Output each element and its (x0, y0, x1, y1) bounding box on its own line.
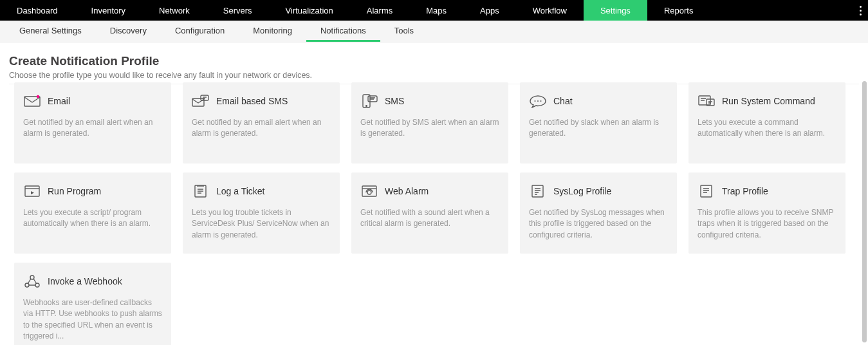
svg-point-19 (25, 283, 29, 287)
page-header: Create Notification Profile Choose the p… (0, 42, 868, 84)
card-desc: Get notified by an email alert when an a… (192, 117, 331, 140)
card-desc: Lets you execute a script/ program autom… (23, 207, 162, 230)
scrollbar[interactable] (862, 81, 867, 342)
card-chat[interactable]: Chat Get notified by slack when an alarm… (520, 82, 677, 163)
subnav-item-tools[interactable]: Tools (380, 21, 428, 42)
overflow-menu-button[interactable] (860, 0, 862, 21)
card-run-program[interactable]: Run Program Lets you execute a script/ p… (14, 172, 171, 254)
subnav-item-general-settings[interactable]: General Settings (5, 21, 96, 42)
svg-point-15 (367, 191, 371, 194)
topnav-item-maps[interactable]: Maps (409, 0, 463, 21)
sub-nav: General Settings Discovery Configuration… (0, 21, 868, 42)
card-desc: Lets you log trouble tickets in ServiceD… (192, 207, 331, 241)
kebab-icon (860, 5, 862, 16)
card-run-system-command[interactable]: Run System Command Lets you execute a co… (688, 82, 845, 163)
email-sms-icon (192, 94, 210, 108)
ticket-icon (192, 184, 210, 198)
card-title: Chat (553, 96, 573, 106)
webhook-icon (23, 274, 41, 288)
card-title: Run Program (48, 186, 101, 196)
card-syslog-profile[interactable]: SysLog Profile Get notified by SysLog me… (520, 172, 677, 254)
email-icon (23, 94, 41, 108)
card-title: SMS (385, 96, 404, 106)
card-desc: Get notified with a sound alert when a c… (360, 207, 499, 230)
program-icon (23, 184, 41, 198)
topnav-item-dashboard[interactable]: Dashboard (0, 0, 75, 21)
card-trap-profile[interactable]: Trap Profile This profile allows you to … (688, 172, 845, 254)
card-title: Invoke a Webhook (48, 276, 122, 286)
svg-rect-12 (25, 186, 39, 196)
card-title: Run System Command (722, 96, 815, 106)
card-desc: Webhooks are user-defined callbacks via … (23, 297, 162, 342)
svg-point-6 (366, 106, 367, 107)
svg-rect-16 (532, 185, 543, 197)
topnav-item-virtualization[interactable]: Virtualization (269, 0, 350, 21)
topnav-item-servers[interactable]: Servers (207, 0, 269, 21)
svg-rect-3 (201, 95, 208, 100)
svg-rect-2 (192, 98, 204, 106)
card-desc: Get notified by SMS alert when an alarm … (360, 117, 499, 140)
card-web-alarm[interactable]: Web Alarm Get notified with a sound aler… (351, 172, 508, 254)
card-desc: Get notified by SysLog messages when thi… (529, 207, 668, 241)
card-invoke-webhook[interactable]: Invoke a Webhook Webhooks are user-defin… (14, 263, 171, 345)
card-desc: Get notified by slack when an alarm is g… (529, 117, 668, 140)
subnav-item-discovery[interactable]: Discovery (96, 21, 161, 42)
svg-rect-0 (24, 97, 40, 106)
page-title: Create Notification Profile (9, 54, 859, 68)
card-log-a-ticket[interactable]: Log a Ticket Lets you log trouble ticket… (183, 172, 340, 254)
command-icon (697, 94, 716, 108)
card-email-based-sms[interactable]: Email based SMS Get notified by an email… (183, 82, 340, 163)
card-sms[interactable]: SMS Get notified by SMS alert when an al… (351, 82, 508, 163)
topnav-item-network[interactable]: Network (142, 0, 207, 21)
alarm-icon (360, 184, 378, 198)
svg-rect-17 (701, 185, 712, 197)
topnav-item-reports[interactable]: Reports (647, 0, 710, 21)
card-title: Log a Ticket (216, 186, 265, 196)
profile-card-grid: Email Get notified by an email alert whe… (14, 82, 858, 345)
topnav-item-inventory[interactable]: Inventory (75, 0, 142, 21)
topnav-item-alarms[interactable]: Alarms (350, 0, 409, 21)
topnav-item-settings[interactable]: Settings (584, 0, 647, 21)
trap-icon (697, 184, 716, 198)
svg-point-7 (535, 100, 536, 102)
svg-point-20 (35, 283, 39, 287)
subnav-item-monitoring[interactable]: Monitoring (239, 21, 306, 42)
subnav-item-configuration[interactable]: Configuration (161, 21, 239, 42)
sms-icon (360, 94, 378, 108)
svg-point-1 (37, 95, 39, 98)
scrollbar-thumb[interactable] (862, 81, 867, 342)
card-title: SysLog Profile (553, 186, 611, 196)
top-nav: Dashboard Inventory Network Servers Virt… (0, 0, 868, 21)
topnav-item-workflow[interactable]: Workflow (516, 0, 584, 21)
card-title: Email (48, 96, 70, 106)
topnav-item-apps[interactable]: Apps (463, 0, 516, 21)
profile-card-grid-container: Email Get notified by an email alert whe… (0, 79, 861, 345)
card-title: Email based SMS (216, 96, 288, 106)
svg-point-9 (540, 100, 542, 102)
subnav-item-notifications[interactable]: Notifications (306, 21, 380, 42)
card-title: Trap Profile (722, 186, 768, 196)
chat-icon (529, 94, 547, 108)
svg-point-8 (537, 100, 539, 102)
card-email[interactable]: Email Get notified by an email alert whe… (14, 82, 171, 163)
card-desc: Lets you execute a command automatically… (697, 117, 836, 140)
syslog-icon (529, 184, 547, 198)
card-title: Web Alarm (385, 186, 429, 196)
card-desc: This profile allows you to receive SNMP … (697, 207, 836, 241)
card-desc: Get notified by an email alert when an a… (23, 117, 162, 140)
